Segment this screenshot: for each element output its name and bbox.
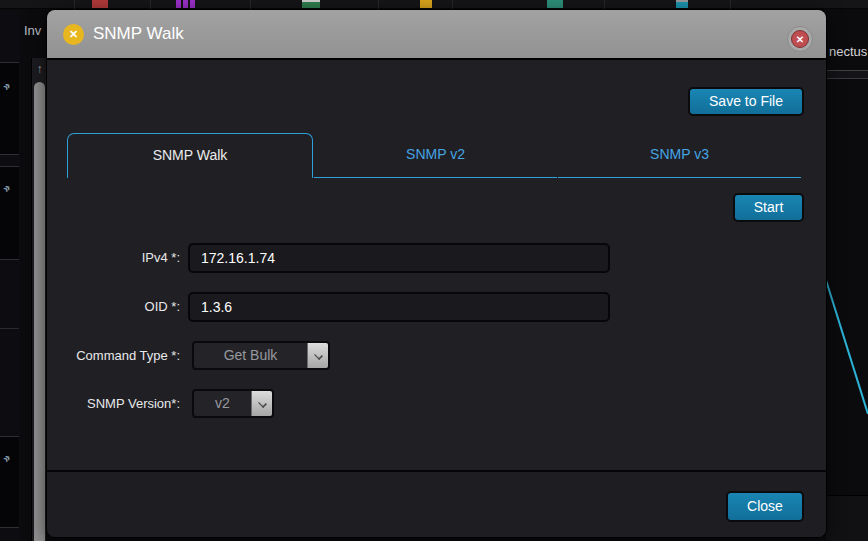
- oid-row: OID *:: [47, 292, 627, 322]
- tab-snmp-v2[interactable]: SNMP v2: [314, 133, 557, 178]
- background-toolbar: [0, 0, 868, 9]
- toolbar-separator: [604, 0, 605, 9]
- dialog-footer: [47, 470, 826, 537]
- expand-icon[interactable]: »: [0, 182, 12, 194]
- ipv4-label: IPv4 *:: [47, 243, 180, 273]
- close-icon: ✕: [791, 30, 809, 48]
- background-menu-label: Inv: [24, 23, 41, 38]
- gold-tool-icon: [420, 0, 432, 8]
- brand-label: nectus: [829, 44, 867, 59]
- dialog-tabs: SNMP Walk SNMP v2 SNMP v3: [67, 133, 803, 178]
- scrollbar-thumb[interactable]: [34, 82, 45, 541]
- command-type-select[interactable]: Get Bulk: [192, 341, 330, 370]
- ipv4-input[interactable]: [188, 243, 610, 273]
- tab-snmp-v3[interactable]: SNMP v3: [558, 133, 801, 178]
- dialog-title: SNMP Walk: [93, 10, 184, 58]
- cyan-tool-icon: [676, 0, 688, 8]
- snmp-walk-dialog: ✕ SNMP Walk ✕ Save to File SNMP Walk SNM…: [47, 10, 826, 537]
- screen: Inv » » » ↑ nectus ✕ SNMP Walk ✕ Save to…: [0, 0, 868, 541]
- tab-snmp-walk[interactable]: SNMP Walk: [67, 133, 313, 178]
- vertical-scrollbar[interactable]: ↑: [31, 58, 46, 541]
- command-type-value: Get Bulk: [194, 343, 307, 368]
- sidebar-divider: [0, 328, 19, 329]
- topology-link-line: [825, 280, 868, 414]
- toolbar-separator: [74, 0, 75, 9]
- toolbar-separator: [250, 0, 251, 9]
- toolbar-separator: [452, 0, 453, 9]
- purple-bars-icon: [190, 0, 195, 8]
- sidebar-panel: »: [0, 166, 19, 260]
- teal-tool-icon: [547, 0, 563, 8]
- snmp-version-label: SNMP Version*:: [47, 389, 180, 419]
- save-to-file-button[interactable]: Save to File: [688, 87, 804, 116]
- ipv4-row: IPv4 *:: [47, 243, 627, 273]
- toolbar-separator: [150, 0, 151, 9]
- red-tool-icon: [92, 0, 108, 8]
- background-panel: [826, 495, 868, 541]
- dialog-close-button[interactable]: ✕: [787, 26, 813, 52]
- start-button[interactable]: Start: [733, 193, 804, 222]
- expand-icon[interactable]: »: [0, 452, 12, 464]
- snmp-version-value: v2: [194, 391, 251, 416]
- background-sidebar: » » »: [0, 10, 20, 541]
- toolbar-separator: [730, 0, 731, 9]
- close-button[interactable]: Close: [726, 491, 804, 522]
- sidebar-panel: »: [0, 62, 19, 155]
- background-panel-edge: [826, 71, 868, 79]
- snmp-version-row: SNMP Version*: v2: [47, 389, 447, 419]
- expand-icon[interactable]: »: [0, 80, 12, 92]
- green-tool-icon: [302, 0, 320, 8]
- command-type-label: Command Type *:: [47, 341, 180, 371]
- command-type-row: Command Type *: Get Bulk: [47, 341, 447, 371]
- chevron-down-icon[interactable]: [307, 343, 328, 368]
- dialog-x-circle-icon: ✕: [63, 24, 84, 45]
- chevron-down-icon[interactable]: [251, 391, 272, 416]
- dialog-titlebar[interactable]: ✕ SNMP Walk ✕: [47, 10, 826, 60]
- toolbar-separator: [378, 0, 379, 9]
- snmp-version-select[interactable]: v2: [192, 389, 274, 418]
- oid-label: OID *:: [47, 292, 180, 322]
- sidebar-panel: »: [0, 436, 19, 528]
- purple-bars-icon: [176, 0, 181, 8]
- purple-bars-icon: [183, 0, 188, 8]
- scroll-up-icon[interactable]: ↑: [34, 60, 45, 78]
- oid-input[interactable]: [188, 292, 610, 322]
